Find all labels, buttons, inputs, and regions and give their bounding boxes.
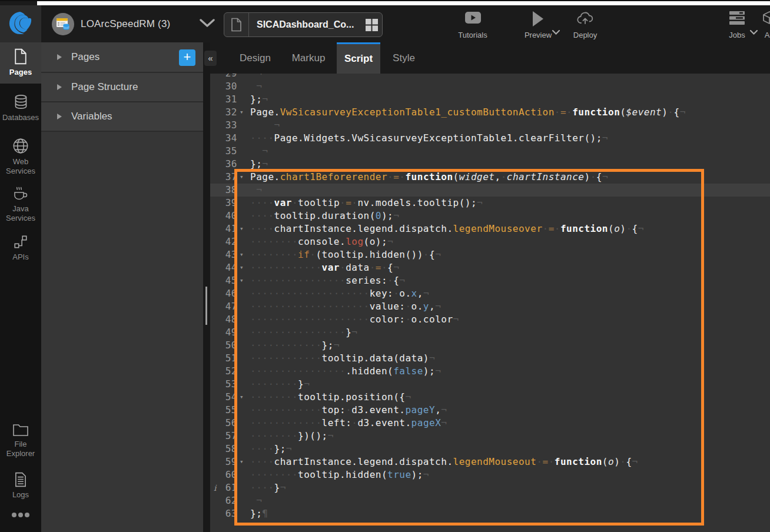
gutter-cell: 49: [210, 326, 250, 339]
pages-caret-right-icon[interactable]: [57, 54, 62, 60]
code-line-38[interactable]: 38 ¬: [210, 184, 770, 197]
code-line-48[interactable]: 48····················color:·o.color¬: [210, 313, 770, 326]
variables-caret-right-icon[interactable]: [57, 114, 62, 119]
gutter-cell: 37▾: [210, 171, 250, 184]
page-structure-caret-right-icon[interactable]: [57, 84, 62, 90]
code-line-29[interactable]: 29 ¬: [210, 74, 770, 80]
open-page-tab[interactable]: SICADashboard_Co...: [224, 12, 383, 37]
code-line-62[interactable]: 62 ¬: [210, 494, 770, 507]
tutorials-button[interactable]: Tutorials: [456, 11, 489, 39]
fold-arrow-icon[interactable]: ▾: [240, 106, 244, 119]
line-number: 55: [210, 404, 237, 417]
code-line-37[interactable]: 37▾Page.chart1Beforerender·=·function(wi…: [210, 171, 770, 184]
code-line-31[interactable]: 31};¬: [210, 93, 770, 106]
fold-arrow-icon[interactable]: ▾: [240, 261, 244, 274]
preview-button[interactable]: Preview: [522, 11, 555, 39]
code-line-36[interactable]: 36};¬: [210, 158, 770, 171]
editor-tabbar: Design Markup Script Style: [210, 42, 770, 74]
code-line-39[interactable]: 39····var·tooltip·=·nv.models.tooltip();…: [210, 197, 770, 210]
artifacts-button-clipped[interactable]: Art: [755, 11, 770, 39]
brand-logo-button[interactable]: [0, 5, 41, 42]
sidebar-item-file-explorer[interactable]: File Explorer: [0, 417, 41, 464]
panel-section-pages[interactable]: Pages +: [41, 42, 203, 73]
code-line-41[interactable]: 41▾····chartInstance.legend.dispatch.leg…: [210, 222, 770, 235]
code-line-61[interactable]: i61····}¬: [210, 481, 770, 494]
code-line-57[interactable]: 57········})();¬: [210, 430, 770, 443]
project-chevron-down-icon[interactable]: [200, 19, 215, 29]
eol-marker: ¬: [262, 145, 268, 157]
sidebar-item-databases[interactable]: Databases: [0, 88, 41, 128]
fold-arrow-icon[interactable]: ▾: [240, 248, 244, 261]
line-number: 62: [210, 494, 237, 507]
code-line-49[interactable]: 49················}¬: [210, 326, 770, 339]
line-number: 41: [210, 222, 237, 235]
code-line-63[interactable]: 63};¶: [210, 507, 770, 520]
code-line-45[interactable]: 45▾················series:·{¬: [210, 274, 770, 287]
project-selector[interactable]: LOArcSpeedRM (3): [52, 5, 215, 42]
sidebar-item-java-services[interactable]: Java Services: [0, 180, 41, 227]
code-line-43[interactable]: 43▾········if·(tooltip.hidden())·{¬: [210, 248, 770, 261]
line-number: 43: [210, 248, 237, 261]
code-text: ¬: [250, 80, 770, 93]
sidebar-item-apis[interactable]: APIs: [0, 228, 41, 265]
code-line-47[interactable]: 47····················value:·o.y,¬: [210, 300, 770, 313]
code-line-56[interactable]: 56············left:·d3.event.pageX¬: [210, 417, 770, 430]
more-options-button[interactable]: [0, 506, 41, 532]
gutter-cell: 46: [210, 287, 250, 300]
code-line-58[interactable]: 58····};¬: [210, 443, 770, 455]
jobs-button[interactable]: Jobs: [722, 11, 752, 39]
add-page-button[interactable]: +: [179, 49, 195, 66]
code-line-51[interactable]: 51············tooltip.data(data)¬: [210, 352, 770, 365]
eol-marker: ¬: [423, 469, 429, 480]
tab-style[interactable]: Style: [390, 42, 417, 74]
code-line-52[interactable]: 52················.hidden(false);¬: [210, 365, 770, 378]
fold-arrow-icon[interactable]: ▾: [240, 274, 244, 287]
fold-arrow-icon[interactable]: ▾: [240, 455, 244, 468]
code-line-42[interactable]: 42········console.log(o);¬: [210, 235, 770, 248]
code-line-35[interactable]: 35 ¬: [210, 145, 770, 158]
code-line-54[interactable]: 54▾········tooltip.position({¬: [210, 391, 770, 404]
editor-scrollbar-thumb[interactable]: [205, 287, 207, 325]
code-text: ············};¬: [250, 339, 770, 352]
fold-arrow-icon[interactable]: ▾: [240, 222, 244, 235]
eol-marker: ¬: [256, 74, 262, 79]
code-line-40[interactable]: 40····tooltip.duration(0);¬: [210, 210, 770, 222]
code-line-33[interactable]: 33 ¬: [210, 119, 770, 132]
eol-marker: ¬: [393, 262, 399, 273]
eol-marker: ¬: [435, 365, 441, 377]
wavemaker-studio-window: LOArcSpeedRM (3) SICADashboard_Co... Tut…: [0, 0, 770, 532]
code-line-59[interactable]: 59▾····chartInstance.legend.dispatch.leg…: [210, 455, 770, 468]
page-layout-grid-icon[interactable]: [361, 19, 382, 31]
code-line-55[interactable]: 55············top:·d3.event.pageY,¬: [210, 404, 770, 417]
panel-section-page-structure[interactable]: Page Structure: [41, 73, 203, 102]
tab-script[interactable]: Script: [337, 42, 380, 74]
fold-arrow-icon[interactable]: ▾: [240, 391, 244, 404]
code-line-34[interactable]: 34····Page.Widgets.VwSicasurveyException…: [210, 132, 770, 145]
fold-arrow-icon[interactable]: ▾: [240, 171, 244, 184]
code-text: ············top:·d3.event.pageY,¬: [250, 404, 770, 417]
code-line-50[interactable]: 50············};¬: [210, 339, 770, 352]
sidebar-item-web-services[interactable]: Web Services: [0, 132, 41, 179]
code-line-44[interactable]: 44▾············var·data·=·{¬: [210, 261, 770, 274]
code-line-60[interactable]: 60········tooltip.hidden(true);¬: [210, 468, 770, 481]
deploy-button[interactable]: Deploy: [569, 11, 602, 39]
tab-markup[interactable]: Markup: [290, 42, 327, 74]
line-number: 58: [210, 443, 237, 455]
tab-design[interactable]: Design: [238, 42, 272, 74]
script-code-editor[interactable]: 29 ¬30 ¬31};¬32▾Page.VwSicasurveyExcepti…: [210, 74, 770, 532]
code-text: ········})();¬: [250, 430, 770, 443]
code-text: ····Page.Widgets.VwSicasurveyExceptionTa…: [250, 132, 770, 145]
collapse-panel-button[interactable]: «: [204, 51, 217, 66]
gutter-cell: 38: [210, 184, 250, 197]
sidebar-item-pages[interactable]: Pages: [0, 42, 41, 84]
panel-section-variables[interactable]: Variables: [41, 102, 203, 132]
preview-chevron-down-icon[interactable]: [552, 26, 560, 37]
line-number: 47: [210, 300, 237, 313]
code-line-46[interactable]: 46····················key:·o.x,¬: [210, 287, 770, 300]
code-line-32[interactable]: 32▾Page.VwSicasurveyExceptionTable1_cust…: [210, 106, 770, 119]
code-line-53[interactable]: 53········}¬: [210, 378, 770, 391]
gutter-cell: 63: [210, 507, 250, 520]
code-line-30[interactable]: 30 ¬: [210, 80, 770, 93]
gutter-cell: 60: [210, 468, 250, 481]
sidebar-item-logs[interactable]: Logs: [0, 466, 41, 503]
